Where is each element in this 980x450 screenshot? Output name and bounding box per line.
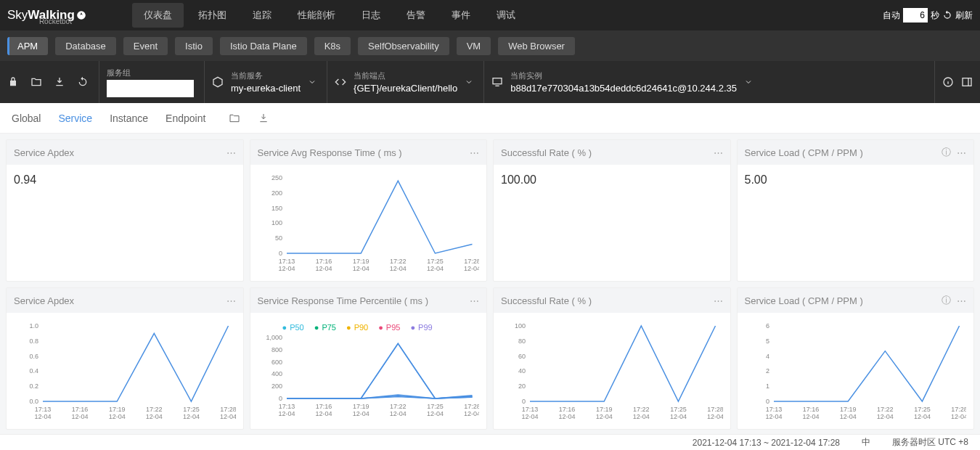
svg-text:12-04: 12-04 [34,413,51,420]
svg-text:17:19: 17:19 [596,406,613,413]
chevron-down-icon[interactable] [465,78,473,86]
nav-profile[interactable]: 性能剖析 [286,3,347,28]
more-icon[interactable]: ⋯ [714,147,723,158]
nav-log[interactable]: 日志 [350,3,392,28]
subtab-istio[interactable]: Istio [175,37,213,55]
svg-text:150: 150 [271,205,282,212]
download-icon[interactable] [258,112,269,124]
lock-icon[interactable] [7,76,19,88]
subtab-apm[interactable]: APM [7,37,48,55]
folder-icon[interactable] [229,112,240,124]
svg-text:12-04: 12-04 [220,413,236,420]
svg-text:0: 0 [765,398,769,405]
kpi-value: 0.94 [7,165,243,194]
svg-text:17:28: 17:28 [951,406,966,413]
reload-icon[interactable] [77,76,89,88]
nav-dashboard[interactable]: 仪表盘 [132,3,184,28]
nav-debug[interactable]: 调试 [485,3,527,28]
nav-alarm[interactable]: 告警 [395,3,437,28]
chevron-down-icon[interactable] [308,78,317,86]
more-icon[interactable]: ⋯ [470,147,479,158]
svg-text:12-04: 12-04 [315,410,332,417]
svg-text:12-04: 12-04 [352,410,369,417]
tab-global[interactable]: Global [12,112,41,124]
more-icon[interactable]: ⋯ [226,147,236,158]
group-input[interactable] [107,80,194,97]
sidebar-toggle-icon[interactable] [961,76,973,88]
timezone-label: 服务器时区 UTC +8 [892,436,968,449]
more-icon[interactable]: ⋯ [714,295,723,306]
selector-endpoint[interactable]: 当前端点 {GET}/eurekaClient/hello [335,61,484,103]
card-avg-response-time: Service Avg Response Time ( ms )⋯ 050100… [250,139,488,282]
svg-text:12-04: 12-04 [315,265,332,272]
subtab-selfobs[interactable]: SelfObservability [358,37,449,55]
info-icon[interactable]: ⓘ [942,146,951,159]
more-icon[interactable]: ⋯ [470,295,479,306]
svg-text:0.6: 0.6 [29,353,38,360]
selector-group[interactable]: 服务组 [107,61,205,103]
monitor-icon [491,76,503,88]
subtab-webbrowser[interactable]: Web Browser [498,37,575,55]
nav-topology[interactable]: 拓扑图 [187,3,238,28]
more-icon[interactable]: ⋯ [226,295,236,306]
nav-trace[interactable]: 追踪 [241,3,283,28]
download-icon[interactable] [54,76,65,88]
svg-text:17:13: 17:13 [278,403,295,410]
more-icon[interactable]: ⋯ [957,295,966,306]
legend-p75: P75 [314,323,336,332]
svg-rect-2 [963,78,971,86]
svg-text:12-04: 12-04 [109,413,126,420]
chevron-down-icon[interactable] [744,78,753,86]
svg-text:12-04: 12-04 [426,265,443,272]
svg-text:12-04: 12-04 [278,265,295,272]
svg-text:17:16: 17:16 [315,403,332,410]
card-service-apdex-chart: Service Apdex⋯ 0.00.20.40.60.81.017:1312… [6,287,244,430]
subtab-database[interactable]: Database [55,37,116,55]
svg-text:12-04: 12-04 [463,265,479,272]
refresh-label: 刷新 [955,9,973,22]
nav-event[interactable]: 事件 [440,3,482,28]
subtab-istio-data-plane[interactable]: Istio Data Plane [220,37,307,55]
svg-text:17:19: 17:19 [109,406,126,413]
subtab-vm[interactable]: VM [457,37,491,55]
subtab-event[interactable]: Event [123,37,168,55]
svg-text:200: 200 [271,189,282,197]
chart-avg-response: 05010015020025017:1312-0417:1612-0417:19… [258,172,480,274]
svg-text:12-04: 12-04 [352,265,369,272]
refresh-input[interactable] [903,8,928,22]
svg-text:2: 2 [765,367,769,375]
lang-switch[interactable]: 中 [862,436,870,449]
subtab-k8s[interactable]: K8s [314,37,351,55]
dashboard-grid: Service Apdex⋯ 0.94 Service Avg Response… [0,134,980,435]
info-icon[interactable]: ⓘ [942,294,951,307]
svg-text:12-04: 12-04 [913,413,930,420]
time-range[interactable]: 2021-12-04 17:13 ~ 2021-12-04 17:28 [693,438,840,448]
svg-text:12-04: 12-04 [633,413,650,420]
svg-text:17:16: 17:16 [72,406,89,413]
folder-icon[interactable] [30,76,42,88]
group-label: 服务组 [107,68,194,78]
svg-text:12-04: 12-04 [389,265,406,272]
card-title: Successful Rate ( % ) [501,147,592,158]
legend-p50: P50 [282,323,304,332]
card-service-load-chart: Service Load ( CPM / PPM )ⓘ⋯ 01245617:13… [737,287,975,430]
svg-text:1,000: 1,000 [266,334,282,341]
status-bar: 2021-12-04 17:13 ~ 2021-12-04 17:28 中 服务… [0,434,980,450]
selector-bar: 服务组 当前服务 my-eureka-client 当前端点 {GET}/eur… [0,61,980,103]
selector-service[interactable]: 当前服务 my-eureka-client [212,61,327,103]
svg-text:17:13: 17:13 [35,406,52,413]
tab-endpoint[interactable]: Endpoint [166,112,205,124]
svg-text:80: 80 [518,338,526,345]
selector-instance[interactable]: 当前实例 b88d17e770304a13b54deddc6d24641c@10… [491,61,935,103]
svg-text:17:22: 17:22 [146,406,163,413]
info-icon[interactable] [942,76,954,88]
svg-text:100: 100 [271,219,282,226]
tab-service[interactable]: Service [58,112,92,124]
legend-p99: P99 [410,323,432,332]
svg-text:17:22: 17:22 [390,403,407,410]
svg-text:250: 250 [271,174,282,181]
refresh-icon[interactable] [942,10,952,20]
more-icon[interactable]: ⋯ [957,147,966,158]
svg-text:12-04: 12-04 [839,413,856,420]
tab-instance[interactable]: Instance [110,112,148,124]
